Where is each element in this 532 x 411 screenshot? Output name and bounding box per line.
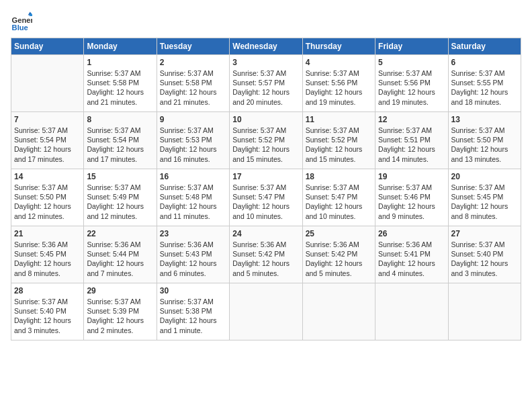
- calendar-table: SundayMondayTuesdayWednesdayThursdayFrid…: [11, 38, 521, 340]
- day-number: 8: [87, 115, 153, 124]
- calendar-cell: 30Sunrise: 5:37 AM Sunset: 5:38 PM Dayli…: [157, 283, 229, 340]
- day-header-friday: Friday: [375, 38, 448, 55]
- day-info: Sunrise: 5:36 AM Sunset: 5:42 PM Dayligh…: [306, 240, 372, 278]
- calendar-cell: 10Sunrise: 5:37 AM Sunset: 5:52 PM Dayli…: [230, 112, 302, 169]
- day-number: 24: [232, 229, 299, 238]
- day-number: 2: [160, 58, 226, 67]
- day-info: Sunrise: 5:37 AM Sunset: 5:48 PM Dayligh…: [160, 183, 226, 221]
- calendar-cell: 4Sunrise: 5:37 AM Sunset: 5:56 PM Daylig…: [302, 55, 375, 112]
- calendar-cell: 7Sunrise: 5:37 AM Sunset: 5:54 PM Daylig…: [11, 112, 84, 169]
- day-info: Sunrise: 5:37 AM Sunset: 5:53 PM Dayligh…: [160, 126, 226, 164]
- day-info: Sunrise: 5:37 AM Sunset: 5:52 PM Dayligh…: [306, 126, 372, 164]
- day-number: 17: [232, 172, 299, 181]
- day-info: Sunrise: 5:37 AM Sunset: 5:58 PM Dayligh…: [87, 68, 153, 107]
- day-number: 11: [306, 115, 372, 124]
- calendar-cell: [302, 283, 375, 340]
- day-info: Sunrise: 5:37 AM Sunset: 5:56 PM Dayligh…: [378, 68, 445, 107]
- page-header: General Blue: [11, 11, 521, 32]
- calendar-cell: 22Sunrise: 5:36 AM Sunset: 5:44 PM Dayli…: [84, 226, 157, 283]
- calendar-cell: 24Sunrise: 5:36 AM Sunset: 5:42 PM Dayli…: [230, 226, 302, 283]
- week-row-0: 1Sunrise: 5:37 AM Sunset: 5:58 PM Daylig…: [11, 55, 521, 112]
- day-info: Sunrise: 5:36 AM Sunset: 5:45 PM Dayligh…: [14, 240, 81, 278]
- logo: General Blue: [11, 11, 36, 32]
- day-info: Sunrise: 5:37 AM Sunset: 5:39 PM Dayligh…: [87, 297, 153, 335]
- day-number: 14: [14, 172, 81, 181]
- day-number: 15: [87, 172, 153, 181]
- day-header-monday: Monday: [84, 38, 157, 55]
- calendar-cell: 14Sunrise: 5:37 AM Sunset: 5:50 PM Dayli…: [11, 169, 84, 226]
- day-info: Sunrise: 5:37 AM Sunset: 5:55 PM Dayligh…: [451, 68, 518, 107]
- calendar-cell: 9Sunrise: 5:37 AM Sunset: 5:53 PM Daylig…: [157, 112, 229, 169]
- calendar-cell: [11, 55, 84, 112]
- day-number: 4: [306, 58, 372, 67]
- header-row: SundayMondayTuesdayWednesdayThursdayFrid…: [11, 38, 521, 55]
- day-info: Sunrise: 5:37 AM Sunset: 5:46 PM Dayligh…: [378, 183, 445, 221]
- day-info: Sunrise: 5:36 AM Sunset: 5:42 PM Dayligh…: [232, 240, 299, 278]
- day-info: Sunrise: 5:37 AM Sunset: 5:38 PM Dayligh…: [160, 297, 226, 335]
- calendar-cell: 28Sunrise: 5:37 AM Sunset: 5:40 PM Dayli…: [11, 283, 84, 340]
- day-number: 25: [306, 229, 372, 238]
- week-row-4: 28Sunrise: 5:37 AM Sunset: 5:40 PM Dayli…: [11, 283, 521, 340]
- day-info: Sunrise: 5:37 AM Sunset: 5:47 PM Dayligh…: [232, 183, 299, 221]
- day-number: 6: [451, 58, 518, 67]
- calendar-cell: 18Sunrise: 5:37 AM Sunset: 5:47 PM Dayli…: [302, 169, 375, 226]
- day-number: 26: [378, 229, 445, 238]
- day-number: 12: [378, 115, 445, 124]
- calendar-cell: [375, 283, 448, 340]
- svg-text:General: General: [12, 16, 32, 24]
- calendar-cell: 23Sunrise: 5:36 AM Sunset: 5:43 PM Dayli…: [157, 226, 229, 283]
- week-row-1: 7Sunrise: 5:37 AM Sunset: 5:54 PM Daylig…: [11, 112, 521, 169]
- day-number: 18: [306, 172, 372, 181]
- day-info: Sunrise: 5:36 AM Sunset: 5:41 PM Dayligh…: [378, 240, 445, 278]
- day-number: 1: [87, 58, 153, 67]
- calendar-cell: 25Sunrise: 5:36 AM Sunset: 5:42 PM Dayli…: [302, 226, 375, 283]
- week-row-3: 21Sunrise: 5:36 AM Sunset: 5:45 PM Dayli…: [11, 226, 521, 283]
- day-info: Sunrise: 5:37 AM Sunset: 5:49 PM Dayligh…: [87, 183, 153, 221]
- calendar-cell: 16Sunrise: 5:37 AM Sunset: 5:48 PM Dayli…: [157, 169, 229, 226]
- day-number: 28: [14, 286, 81, 295]
- day-number: 19: [378, 172, 445, 181]
- calendar-cell: 21Sunrise: 5:36 AM Sunset: 5:45 PM Dayli…: [11, 226, 84, 283]
- svg-text:Blue: Blue: [12, 24, 28, 32]
- day-header-tuesday: Tuesday: [157, 38, 229, 55]
- day-info: Sunrise: 5:36 AM Sunset: 5:44 PM Dayligh…: [87, 240, 153, 278]
- day-header-thursday: Thursday: [302, 38, 375, 55]
- calendar-cell: 2Sunrise: 5:37 AM Sunset: 5:58 PM Daylig…: [157, 55, 229, 112]
- day-info: Sunrise: 5:37 AM Sunset: 5:45 PM Dayligh…: [451, 183, 518, 221]
- day-info: Sunrise: 5:37 AM Sunset: 5:40 PM Dayligh…: [451, 240, 518, 278]
- calendar-cell: 27Sunrise: 5:37 AM Sunset: 5:40 PM Dayli…: [448, 226, 521, 283]
- calendar-cell: 15Sunrise: 5:37 AM Sunset: 5:49 PM Dayli…: [84, 169, 157, 226]
- day-info: Sunrise: 5:37 AM Sunset: 5:58 PM Dayligh…: [160, 68, 226, 107]
- calendar-cell: 5Sunrise: 5:37 AM Sunset: 5:56 PM Daylig…: [375, 55, 448, 112]
- day-info: Sunrise: 5:37 AM Sunset: 5:54 PM Dayligh…: [87, 126, 153, 164]
- day-number: 29: [87, 286, 153, 295]
- calendar-cell: 17Sunrise: 5:37 AM Sunset: 5:47 PM Dayli…: [230, 169, 302, 226]
- calendar-cell: 26Sunrise: 5:36 AM Sunset: 5:41 PM Dayli…: [375, 226, 448, 283]
- calendar-cell: 29Sunrise: 5:37 AM Sunset: 5:39 PM Dayli…: [84, 283, 157, 340]
- day-header-sunday: Sunday: [11, 38, 84, 55]
- day-info: Sunrise: 5:37 AM Sunset: 5:51 PM Dayligh…: [378, 126, 445, 164]
- day-number: 21: [14, 229, 81, 238]
- day-number: 5: [378, 58, 445, 67]
- day-number: 20: [451, 172, 518, 181]
- day-info: Sunrise: 5:37 AM Sunset: 5:56 PM Dayligh…: [306, 68, 372, 107]
- calendar-cell: [230, 283, 302, 340]
- day-number: 27: [451, 229, 518, 238]
- day-info: Sunrise: 5:37 AM Sunset: 5:47 PM Dayligh…: [306, 183, 372, 221]
- week-row-2: 14Sunrise: 5:37 AM Sunset: 5:50 PM Dayli…: [11, 169, 521, 226]
- day-number: 16: [160, 172, 226, 181]
- day-number: 10: [232, 115, 299, 124]
- day-info: Sunrise: 5:37 AM Sunset: 5:50 PM Dayligh…: [14, 183, 81, 221]
- day-info: Sunrise: 5:36 AM Sunset: 5:43 PM Dayligh…: [160, 240, 226, 278]
- day-number: 13: [451, 115, 518, 124]
- day-header-wednesday: Wednesday: [230, 38, 302, 55]
- day-info: Sunrise: 5:37 AM Sunset: 5:57 PM Dayligh…: [232, 68, 299, 107]
- day-header-saturday: Saturday: [448, 38, 521, 55]
- calendar-cell: 20Sunrise: 5:37 AM Sunset: 5:45 PM Dayli…: [448, 169, 521, 226]
- logo-icon: General Blue: [11, 11, 32, 32]
- calendar-cell: 1Sunrise: 5:37 AM Sunset: 5:58 PM Daylig…: [84, 55, 157, 112]
- calendar-cell: 19Sunrise: 5:37 AM Sunset: 5:46 PM Dayli…: [375, 169, 448, 226]
- day-number: 23: [160, 229, 226, 238]
- day-number: 3: [232, 58, 299, 67]
- day-info: Sunrise: 5:37 AM Sunset: 5:54 PM Dayligh…: [14, 126, 81, 164]
